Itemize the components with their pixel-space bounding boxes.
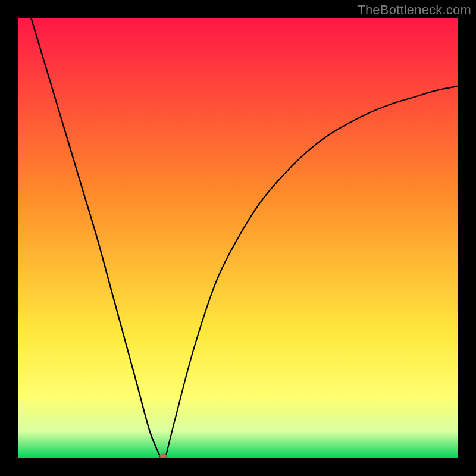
chart-container: TheBottleneck.com (0, 0, 476, 476)
chart-svg (0, 0, 476, 476)
watermark-text: TheBottleneck.com (357, 2, 471, 18)
minimum-marker (159, 453, 167, 458)
